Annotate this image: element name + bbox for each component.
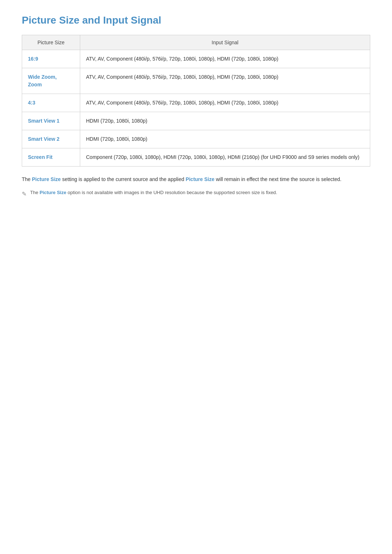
pencil-link: Picture Size (40, 190, 66, 195)
input-signal-cell: HDMI (720p, 1080i, 1080p) (80, 130, 370, 148)
input-signal-cell: Component (720p, 1080i, 1080p), HDMI (72… (80, 148, 370, 167)
picture-size-cell: Screen Fit (22, 148, 80, 167)
input-signal-cell: ATV, AV, Component (480i/p, 576i/p, 720p… (80, 68, 370, 94)
input-signal-cell: ATV, AV, Component (480i/p, 576i/p, 720p… (80, 50, 370, 68)
pencil-text-after: option is not available with images in t… (66, 190, 277, 195)
picture-size-table: Picture Size Input Signal 16:9ATV, AV, C… (22, 35, 370, 167)
table-row: Smart View 1HDMI (720p, 1080i, 1080p) (22, 112, 370, 130)
table-row: Smart View 2HDMI (720p, 1080i, 1080p) (22, 130, 370, 148)
note-link-1: Picture Size (32, 176, 61, 182)
col-header-picture-size: Picture Size (22, 35, 80, 50)
input-signal-cell: ATV, AV, Component (480i/p, 576i/p, 720p… (80, 94, 370, 112)
picture-size-cell: 4:3 (22, 94, 80, 112)
picture-size-cell: Smart View 2 (22, 130, 80, 148)
picture-size-cell: 16:9 (22, 50, 80, 68)
pencil-note: ✎ The Picture Size option is not availab… (22, 189, 370, 198)
table-row: Wide Zoom,ZoomATV, AV, Component (480i/p… (22, 68, 370, 94)
table-row: Screen FitComponent (720p, 1080i, 1080p)… (22, 148, 370, 167)
note-text-before-1: The (22, 176, 32, 182)
pencil-text-before: The (30, 190, 40, 195)
note-text-after: will remain in effect the next time the … (215, 176, 342, 182)
pencil-note-text: The Picture Size option is not available… (30, 189, 277, 196)
picture-size-cell: Wide Zoom,Zoom (22, 68, 80, 94)
table-row: 16:9ATV, AV, Component (480i/p, 576i/p, … (22, 50, 370, 68)
table-row: 4:3ATV, AV, Component (480i/p, 576i/p, 7… (22, 94, 370, 112)
input-signal-cell: HDMI (720p, 1080i, 1080p) (80, 112, 370, 130)
note-text-middle: setting is applied to the current source… (61, 176, 185, 182)
pencil-icon: ✎ (22, 190, 26, 198)
note-link-2: Picture Size (185, 176, 214, 182)
table-header-row: Picture Size Input Signal (22, 35, 370, 50)
picture-size-cell: Smart View 1 (22, 112, 80, 130)
note-paragraph: The Picture Size setting is applied to t… (22, 175, 370, 183)
col-header-input-signal: Input Signal (80, 35, 370, 50)
page-title: Picture Size and Input Signal (22, 15, 370, 26)
